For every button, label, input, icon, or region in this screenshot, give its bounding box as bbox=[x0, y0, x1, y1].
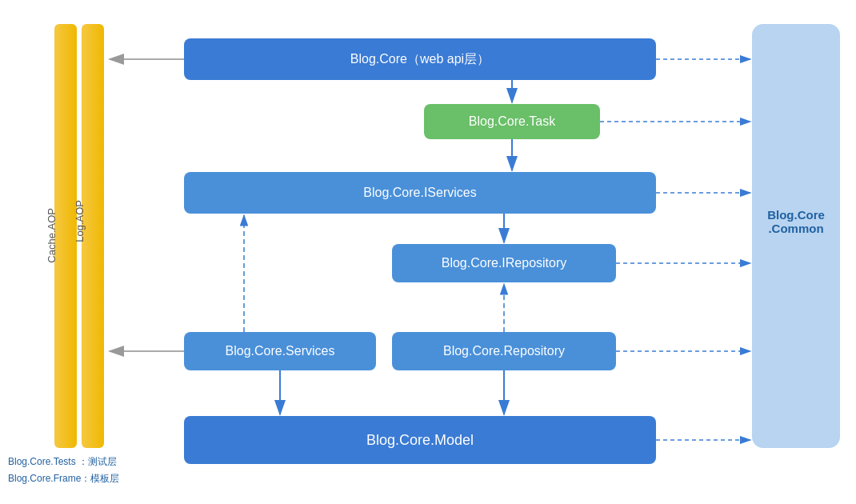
log-aop-label: Log.AOP bbox=[74, 200, 86, 242]
repository-box: Blog.Core.Repository bbox=[392, 332, 616, 370]
web-api-box: Blog.Core（web api层） bbox=[184, 38, 656, 80]
task-box: Blog.Core.Task bbox=[424, 104, 600, 139]
cache-aop-label: Cache.AOP bbox=[46, 208, 58, 263]
irepository-box: Blog.Core.IRepository bbox=[392, 244, 616, 282]
model-box: Blog.Core.Model bbox=[184, 416, 656, 464]
common-panel bbox=[752, 24, 840, 448]
diagram-container: Cache.AOP Log.AOP Blog.Core.Common Blog.… bbox=[0, 0, 856, 504]
bottom-notes: Blog.Core.Tests ：测试层 Blog.Core.Frame：模板层 bbox=[8, 454, 119, 488]
iservices-box: Blog.Core.IServices bbox=[184, 172, 656, 214]
services-box: Blog.Core.Services bbox=[184, 332, 376, 370]
common-panel-label: Blog.Core.Common bbox=[752, 208, 840, 235]
